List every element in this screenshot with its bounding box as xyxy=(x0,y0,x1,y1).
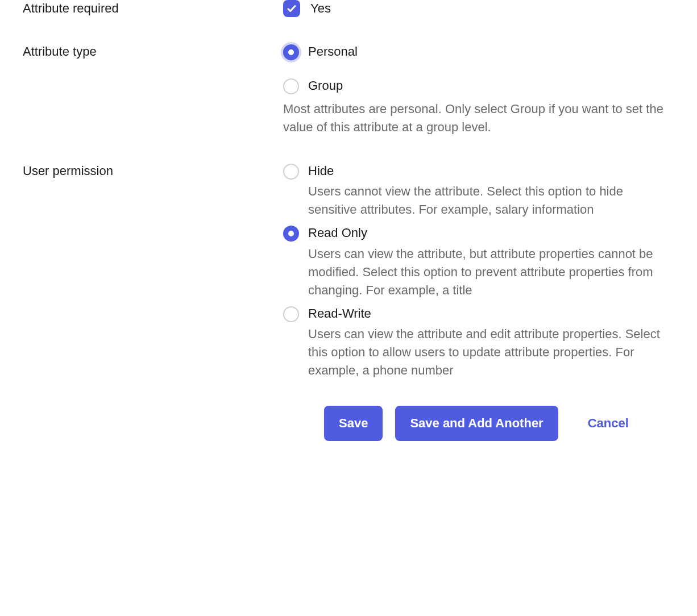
radio-read-only-desc: Users can view the attribute, but attrib… xyxy=(308,245,674,299)
checkbox-attribute-required[interactable] xyxy=(283,0,300,17)
radio-option-read-only[interactable]: Read Only Users can view the attribute, … xyxy=(283,224,674,299)
check-icon xyxy=(287,3,297,14)
radio-read-write-desc: Users can view the attribute and edit at… xyxy=(308,325,674,380)
cancel-button[interactable]: Cancel xyxy=(581,406,636,441)
radio-option-hide[interactable]: Hide Users cannot view the attribute. Se… xyxy=(283,163,674,219)
radiogroup-user-permission: Hide Users cannot view the attribute. Se… xyxy=(283,163,674,380)
radio-read-only-label: Read Only xyxy=(308,224,674,242)
checkbox-attribute-required-label: Yes xyxy=(310,1,331,16)
radio-group-label: Group xyxy=(308,77,674,94)
radio-read-write-label: Read-Write xyxy=(308,305,674,322)
label-attribute-type: Attribute type xyxy=(23,44,97,59)
radio-option-personal[interactable]: Personal xyxy=(283,43,674,60)
label-attribute-required: Attribute required xyxy=(23,1,119,15)
attribute-form: Attribute required Yes Attribute type Pe… xyxy=(23,0,674,441)
helper-attribute-type: Most attributes are personal. Only selec… xyxy=(283,100,674,136)
radio-hide-desc: Users cannot view the attribute. Select … xyxy=(308,182,674,219)
radio-option-group[interactable]: Group xyxy=(283,77,674,94)
checkbox-attribute-required-wrapper: Yes xyxy=(283,0,674,17)
form-actions: Save Save and Add Another Cancel xyxy=(23,406,674,441)
radio-read-only[interactable] xyxy=(283,226,299,242)
row-user-permission: User permission Hide Users cannot view t… xyxy=(23,163,674,380)
radio-hide[interactable] xyxy=(283,164,299,180)
row-attribute-required: Attribute required Yes xyxy=(23,0,674,17)
radio-hide-label: Hide xyxy=(308,163,674,180)
radio-read-write[interactable] xyxy=(283,306,299,322)
save-button[interactable]: Save xyxy=(324,406,383,441)
radio-group[interactable] xyxy=(283,78,299,94)
radiogroup-attribute-type: Personal Group Most attributes are perso… xyxy=(283,43,674,136)
save-and-add-another-button[interactable]: Save and Add Another xyxy=(395,406,558,441)
radio-personal-label: Personal xyxy=(308,43,674,60)
radio-personal[interactable] xyxy=(283,44,299,60)
label-user-permission: User permission xyxy=(23,164,113,178)
row-attribute-type: Attribute type Personal Group Most attri… xyxy=(23,43,674,136)
radio-option-read-write[interactable]: Read-Write Users can view the attribute … xyxy=(283,305,674,380)
